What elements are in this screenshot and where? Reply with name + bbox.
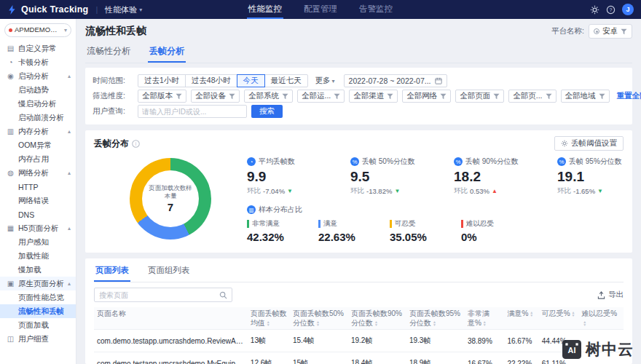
page-search-input[interactable]: [99, 291, 216, 299]
cell-page-name[interactable]: com.demo.testapp.umcrashdemo.ReviewActiv…: [94, 330, 248, 352]
funnel-icon: [546, 93, 552, 100]
donut-center: 页面加载次数样本量 7: [142, 170, 199, 227]
sidebar-item-dns[interactable]: DNS: [0, 207, 76, 221]
cell-page-name[interactable]: com.demo.testapp.umcrashdemo.MyEquipActi…: [94, 352, 248, 364]
sidebar-item-slow-launch[interactable]: 慢启动分析: [0, 97, 76, 111]
time-option-last-1h[interactable]: 过去1小时: [138, 74, 186, 87]
col-very-satisfied[interactable]: 非常满意%: [465, 307, 505, 330]
sample-tolerable: 可忍受 35.05%: [390, 219, 442, 243]
platform-pill[interactable]: 安卓: [589, 24, 632, 39]
tab-smoothness-analysis[interactable]: 流畅性分析: [85, 42, 132, 63]
sidebar-item-page-load[interactable]: 页面加载: [0, 318, 76, 332]
sidebar-item-launch-trend[interactable]: 启动趋势: [0, 83, 76, 97]
sidebar-group-launch-analysis[interactable]: ◉启动分析▴: [0, 69, 76, 83]
dimension-label: 筛选维度:: [93, 91, 133, 101]
col-intolerable[interactable]: 难以忍受%: [578, 307, 624, 330]
app-selector-label: APMDEMO安卓: [15, 25, 62, 35]
sidebar-item-load-performance[interactable]: 加载性能: [0, 249, 76, 263]
cell-tolerable: 44.44%: [539, 330, 579, 352]
sort-icon[interactable]: [483, 320, 487, 326]
tab-frame-drop-analysis[interactable]: 丢帧分析: [148, 42, 186, 63]
nav-tab-performance-monitor[interactable]: 性能监控: [247, 0, 283, 19]
time-option-last-7d[interactable]: 最近七天: [264, 74, 308, 87]
tab-page-group-list[interactable]: 页面组列表: [146, 261, 192, 282]
sidebar-item-stutter-analysis[interactable]: ◔卡顿分析: [0, 55, 76, 69]
sort-icon[interactable]: [530, 311, 533, 317]
sort-icon[interactable]: [433, 320, 436, 326]
filter-chip-region[interactable]: 全部地域: [561, 90, 610, 103]
user-avatar[interactable]: J: [622, 4, 634, 15]
filter-chip-carrier[interactable]: 全部运...: [297, 90, 345, 103]
sidebar-item-network-error[interactable]: 网络错误: [0, 194, 76, 207]
sidebar-group-native-page-analysis[interactable]: ▣原生页面分析▴: [0, 277, 76, 290]
donut-chart-area[interactable]: 页面加载次数样本量 7: [94, 152, 247, 243]
filter-chip-network[interactable]: 全部网络: [402, 90, 451, 103]
sort-icon[interactable]: [316, 320, 320, 326]
qoq-label: 环比: [350, 186, 364, 196]
platform-selector[interactable]: 平台名称: 安卓: [551, 24, 632, 39]
filter-chip-version[interactable]: 全部版本: [138, 90, 186, 103]
sidebar-item-launch-crash[interactable]: 启动崩溃分析: [0, 111, 76, 124]
settings-gear-icon[interactable]: [590, 5, 599, 15]
nav-tab-config-management[interactable]: 配置管理: [302, 0, 339, 19]
col-p95-frame-drop[interactable]: 页面丢帧数95%分位数: [406, 307, 465, 330]
time-option-last-48h[interactable]: 过去48小时: [185, 74, 237, 87]
metric-label: 平均丢帧数: [259, 157, 295, 167]
sort-icon[interactable]: [572, 311, 575, 317]
qoq-label: 环比: [247, 186, 261, 196]
filter-chip-device[interactable]: 全部设备: [191, 90, 240, 103]
chevron-up-icon: ▴: [68, 128, 71, 135]
filter-chip-page[interactable]: 全部页面: [455, 90, 504, 103]
filter-chip-label: 全部设备: [195, 91, 226, 101]
sidebar-item-http[interactable]: HTTP: [0, 180, 76, 194]
filter-chip-channel[interactable]: 全部渠道: [349, 90, 398, 103]
sample-value: 42.32%: [247, 231, 299, 243]
col-p50-frame-drop[interactable]: 页面丢帧数50%分位数: [290, 307, 348, 330]
sidebar-item-user-perception[interactable]: 用户感知: [0, 235, 76, 249]
sidebar-item-custom-exception[interactable]: ▤自定义异常: [0, 41, 76, 55]
col-tolerable[interactable]: 可忍受%: [539, 307, 579, 330]
sidebar-group-network-analysis[interactable]: ◍网络分析▴: [0, 166, 76, 180]
table-row[interactable]: com.demo.testapp.umcrashdemo.MyEquipActi…: [94, 352, 624, 364]
col-avg-frame-drop[interactable]: 页面丢帧数均值: [248, 307, 290, 330]
product-menu[interactable]: 性能体验 ▾: [105, 4, 142, 15]
sidebar-item-label: 用户感知: [18, 237, 49, 248]
sidebar-item-smoothness-frame-drop[interactable]: 流畅性和丢帧: [0, 304, 76, 318]
sidebar-item-user-detail[interactable]: ◫用户细查: [0, 332, 76, 346]
user-id-input[interactable]: [138, 105, 247, 118]
sidebar-group-h5-page-analysis[interactable]: ▦H5页面分析▴: [0, 221, 76, 235]
time-option-today[interactable]: 今天: [237, 74, 265, 87]
info-icon[interactable]: i: [132, 140, 140, 148]
reset-all-filters-link[interactable]: 重置全部: [617, 91, 641, 101]
time-more-dropdown[interactable]: 更多 ▾: [315, 76, 335, 86]
trend-arrow-icon: ▼: [597, 188, 603, 194]
sidebar-item-label: 启动趋势: [18, 85, 49, 95]
search-button[interactable]: 搜索: [251, 105, 283, 118]
sort-icon[interactable]: [267, 320, 270, 326]
sidebar-item-slow-load[interactable]: 慢加载: [0, 263, 76, 277]
help-icon[interactable]: ?: [606, 5, 616, 15]
sidebar-item-oom[interactable]: OOM异常: [0, 138, 76, 152]
cell-p95: 18.9帧: [406, 352, 465, 364]
funnel-icon: [282, 93, 288, 100]
sidebar-group-label: 启动分析: [18, 71, 49, 82]
nav-tab-alarm-monitor[interactable]: 告警监控: [358, 0, 394, 19]
table-row[interactable]: com.demo.testapp.umcrashdemo.ReviewActiv…: [94, 330, 624, 352]
cell-avg: 13帧: [248, 330, 290, 352]
frame-drop-threshold-settings-button[interactable]: 丢帧阈值设置: [554, 136, 624, 151]
metric-icon: ◔: [247, 157, 256, 166]
sort-icon[interactable]: [374, 320, 378, 326]
sidebar-group-memory-analysis[interactable]: ▥内存分析▴: [0, 124, 76, 138]
col-satisfied[interactable]: 满意%: [504, 307, 538, 330]
sidebar-item-memory-usage[interactable]: 内存占用: [0, 152, 76, 166]
date-range-picker[interactable]: 2022-07-28 ~ 2022-07...: [344, 74, 447, 87]
sidebar-item-page-performance-overview[interactable]: 页面性能总览: [0, 290, 76, 304]
export-button[interactable]: 导出: [597, 290, 624, 300]
sort-icon[interactable]: [583, 320, 586, 326]
app-selector[interactable]: APMDEMO安卓 ▾: [4, 23, 71, 37]
filter-chip-os[interactable]: 全部系统: [244, 90, 293, 103]
tab-page-list[interactable]: 页面列表: [94, 261, 130, 282]
trend-value: 0.53%: [470, 187, 489, 195]
col-p90-frame-drop[interactable]: 页面丢帧数90%分位数: [348, 307, 406, 330]
filter-chip-page-group[interactable]: 全部页...: [508, 90, 556, 103]
